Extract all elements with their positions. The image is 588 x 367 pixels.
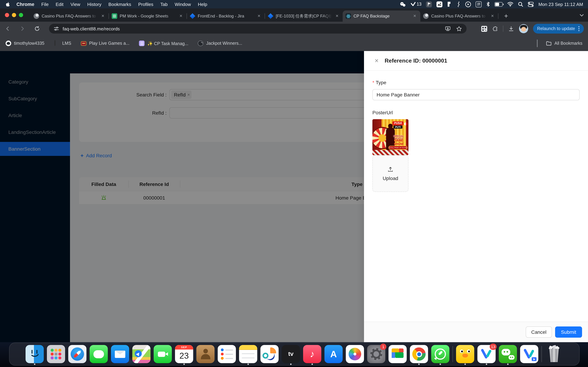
site-settings-icon[interactable]	[53, 26, 59, 32]
bookmark-play-live-games[interactable]: Play Live Games a...	[81, 41, 130, 46]
dock-launchpad[interactable]	[47, 342, 65, 366]
relaunch-to-update-button[interactable]: Relaunch to update	[533, 24, 584, 33]
new-tab-button[interactable]: +	[502, 12, 510, 20]
submit-button[interactable]: Submit	[555, 326, 582, 338]
downloads-icon[interactable]	[508, 26, 514, 32]
tab-search-chevron-icon[interactable]	[579, 14, 584, 17]
dock-finder[interactable]	[26, 342, 44, 366]
clip-status-icon[interactable]	[447, 1, 452, 7]
bookmark-cp-task-manager[interactable]: ✨ CP Task Manag...	[139, 41, 189, 46]
window-zoom-button[interactable]	[19, 13, 23, 17]
cancel-button[interactable]: Cancel	[526, 326, 552, 338]
tab-cp-faq-backstage-active[interactable]: CP FAQ Backstage ×	[343, 10, 420, 22]
tab-fe-1033[interactable]: [FE-1033] 任务需求|CP FAQ板 ×	[265, 10, 343, 22]
tab-close-icon[interactable]: ×	[412, 13, 417, 19]
dock-freeform[interactable]	[260, 342, 279, 366]
menu-profiles[interactable]: Profiles	[135, 1, 157, 7]
tab-close-icon[interactable]: ×	[256, 13, 262, 19]
notification-badge-icon[interactable]: 13	[411, 1, 422, 7]
dock-divider	[541, 346, 542, 362]
forward-button[interactable]	[17, 24, 27, 33]
dock-calendar[interactable]: SEP23	[175, 342, 193, 366]
dock-music[interactable]: ♪	[303, 342, 321, 366]
menu-tab[interactable]: Tab	[157, 1, 171, 7]
music-clef-status-icon[interactable]	[457, 1, 461, 7]
menu-file[interactable]: File	[38, 1, 52, 7]
dock-photos[interactable]	[346, 342, 364, 366]
dock-apple-tv[interactable]: tv	[282, 342, 300, 366]
url-text[interactable]: faq-web.client88.me/records	[63, 26, 120, 31]
dock-mail[interactable]	[111, 342, 129, 366]
bluetooth-icon[interactable]	[486, 1, 490, 7]
tab-close-icon[interactable]: ×	[100, 13, 106, 19]
menu-status-area: 13 拼	[400, 1, 588, 7]
dock-notes[interactable]	[239, 342, 257, 366]
tab-casino-plus-faq-2[interactable]: Casino Plus FAQ-Answers to ×	[420, 10, 498, 22]
window-close-button[interactable]	[5, 13, 9, 17]
profile-avatar[interactable]	[519, 24, 528, 33]
tab-casino-plus-faq-1[interactable]: Casino Plus FAQ-Answers to ×	[31, 10, 109, 22]
dock-google-chat[interactable]	[389, 342, 407, 366]
spotlight-search-icon[interactable]	[518, 1, 523, 7]
calendar-icon: SEP23	[175, 345, 193, 363]
dock-maps[interactable]	[132, 342, 150, 366]
address-bar[interactable]: faq-web.client88.me/records	[49, 24, 467, 33]
lark-meeting-icon	[520, 345, 538, 363]
dock-app-store[interactable]: A	[324, 342, 343, 366]
tab-frontend-backlog-jira[interactable]: FrontEnd - Backlog - Jira ×	[187, 10, 265, 22]
dock-facetime[interactable]	[154, 342, 172, 366]
pinyin-input-icon[interactable]: 拼	[476, 1, 482, 7]
menu-app-name[interactable]: Chrome	[13, 1, 38, 7]
tab-pm-work-sheets[interactable]: PM Work - Google Sheets ×	[109, 10, 187, 22]
upload-button[interactable]: Upload	[372, 155, 408, 192]
tab-close-icon[interactable]: ×	[334, 13, 340, 19]
control-center-icon[interactable]	[528, 1, 534, 7]
extensions-puzzle-icon[interactable]	[492, 26, 498, 32]
bookmark-jackpot-winners[interactable]: Jackpot Winners...	[198, 41, 242, 46]
menu-history[interactable]: History	[84, 1, 105, 7]
play-circle-status-icon[interactable]	[465, 1, 471, 7]
menu-window[interactable]: Window	[171, 1, 194, 7]
screenshot-status-icon[interactable]	[437, 1, 442, 7]
dock-lark-meeting[interactable]	[520, 342, 538, 366]
reload-button[interactable]	[32, 24, 42, 33]
bookmark-lms[interactable]: LMS	[54, 41, 71, 46]
window-minimize-button[interactable]	[12, 13, 16, 17]
bookmark-star-icon[interactable]	[456, 26, 462, 32]
wifi-icon[interactable]	[507, 1, 514, 7]
dock-trash[interactable]	[545, 342, 563, 366]
back-button[interactable]	[3, 24, 13, 33]
dock-reminders[interactable]	[218, 342, 236, 366]
wechat-status-icon[interactable]	[400, 1, 406, 7]
dock-wechat[interactable]	[499, 342, 517, 366]
bookmark-github[interactable]: timothylow4335	[6, 41, 44, 46]
dock-duck-app[interactable]	[456, 342, 474, 366]
dock-whatsapp[interactable]	[431, 342, 450, 366]
running-indicator	[34, 364, 35, 365]
dock-lark[interactable]: 13	[477, 342, 496, 366]
dock-system-settings[interactable]: 1	[367, 342, 385, 366]
flag-status-icon[interactable]	[426, 1, 432, 7]
type-input[interactable]	[372, 89, 579, 100]
running-indicator	[183, 364, 185, 365]
dock-messages[interactable]	[90, 342, 108, 366]
poster-thumbnail[interactable]: PUSA PUTI SPECIAL HOSTS GAME SHOW TOTAL …	[372, 119, 408, 155]
menu-clock[interactable]: Mon 23 Sep 11:12 AM	[538, 1, 583, 7]
tab-close-icon[interactable]: ×	[490, 13, 495, 19]
save-to-device-icon[interactable]	[445, 26, 451, 32]
apple-menu-icon[interactable]	[6, 1, 10, 7]
dock-safari[interactable]	[68, 342, 86, 366]
menu-view[interactable]: View	[67, 1, 84, 7]
menu-help[interactable]: Help	[194, 1, 211, 7]
dock-contacts[interactable]	[196, 342, 215, 366]
drawer-close-icon[interactable]: ×	[373, 57, 380, 65]
qr-code-icon[interactable]	[481, 26, 487, 32]
drawer-mask[interactable]	[0, 51, 364, 342]
tab-close-icon[interactable]: ×	[178, 13, 184, 19]
drawer-body: *Type PosterUrl PUSA PUTI SPECIAL HOSTS …	[372, 70, 579, 322]
menu-bookmarks[interactable]: Bookmarks	[105, 1, 135, 7]
battery-icon[interactable]	[495, 1, 503, 7]
all-bookmarks-button[interactable]: All Bookmarks	[546, 41, 582, 46]
dock-chrome[interactable]	[410, 342, 428, 366]
menu-edit[interactable]: Edit	[52, 1, 67, 7]
